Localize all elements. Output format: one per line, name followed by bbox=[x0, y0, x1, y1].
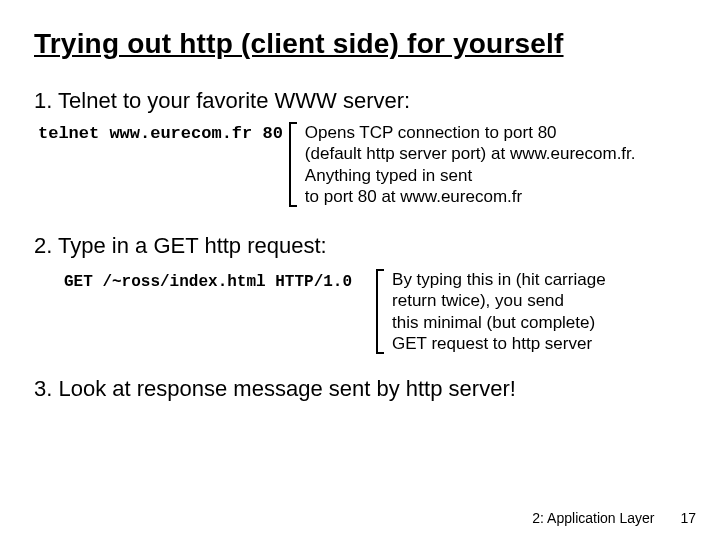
explain-line: GET request to http server bbox=[392, 333, 606, 354]
bracket-2: By typing this in (hit carriage return t… bbox=[376, 269, 606, 354]
get-command: GET /~ross/index.html HTTP/1.0 bbox=[64, 269, 352, 291]
explain-line: Opens TCP connection to port 80 bbox=[305, 122, 636, 143]
step-3-heading: 3. Look at response message sent by http… bbox=[34, 376, 686, 402]
step-1-heading: 1. Telnet to your favorite WWW server: bbox=[34, 88, 686, 114]
step-1-block: telnet www.eurecom.fr 80 Opens TCP conne… bbox=[38, 122, 686, 207]
step-2-block: GET /~ross/index.html HTTP/1.0 By typing… bbox=[64, 269, 686, 354]
bracket-1: Opens TCP connection to port 80 (default… bbox=[289, 122, 636, 207]
explain-line: this minimal (but complete) bbox=[392, 312, 606, 333]
slide: Trying out http (client side) for yourse… bbox=[0, 0, 720, 402]
explain-line: return twice), you send bbox=[392, 290, 606, 311]
slide-footer: 2: Application Layer 17 bbox=[532, 510, 696, 526]
slide-title: Trying out http (client side) for yourse… bbox=[34, 28, 686, 60]
footer-page-number: 17 bbox=[680, 510, 696, 526]
step-2-explain: By typing this in (hit carriage return t… bbox=[392, 269, 606, 354]
footer-chapter: 2: Application Layer bbox=[532, 510, 654, 526]
telnet-command: telnet www.eurecom.fr 80 bbox=[38, 122, 283, 143]
step-1-explain: Opens TCP connection to port 80 (default… bbox=[305, 122, 636, 207]
explain-line: By typing this in (hit carriage bbox=[392, 269, 606, 290]
explain-line: to port 80 at www.eurecom.fr bbox=[305, 186, 636, 207]
bracket-icon bbox=[289, 122, 299, 207]
explain-line: Anything typed in sent bbox=[305, 165, 636, 186]
bracket-icon bbox=[376, 269, 386, 354]
explain-line: (default http server port) at www.eureco… bbox=[305, 143, 636, 164]
step-2-heading: 2. Type in a GET http request: bbox=[34, 233, 686, 259]
